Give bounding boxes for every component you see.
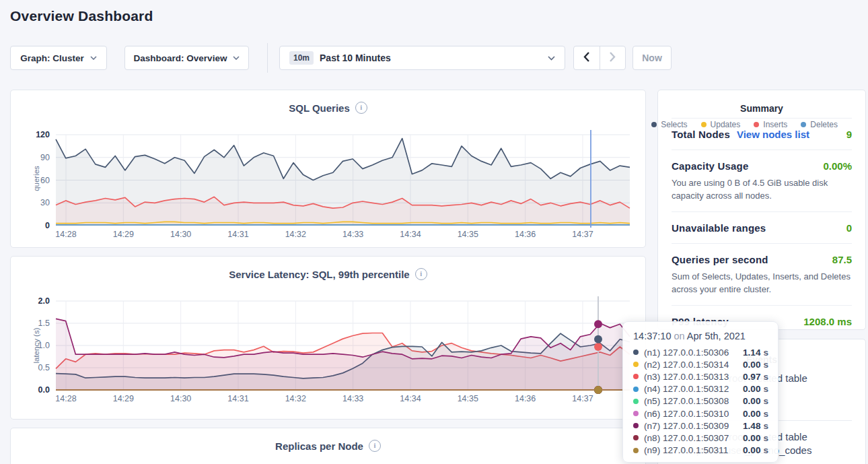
dashboard-selector-dropdown[interactable]: Dashboard: Overview	[124, 46, 249, 70]
node-latency-unit: s	[763, 433, 768, 443]
svg-text:14:31: 14:31	[227, 394, 248, 403]
svg-text:14:30: 14:30	[170, 394, 191, 403]
node-latency-value: 0.00	[743, 360, 760, 370]
svg-text:2.0: 2.0	[38, 296, 50, 306]
svg-text:14:28: 14:28	[55, 230, 76, 239]
time-range-selector[interactable]: 10m Past 10 Minutes	[279, 46, 565, 70]
svg-text:0: 0	[45, 221, 50, 230]
node-latency-unit: s	[763, 384, 768, 394]
node-address: (n3) 127.0.0.1:50313	[644, 372, 743, 382]
dashboard-selector-label: Dashboard: Overview	[134, 53, 227, 63]
tooltip-node-row: (n3) 127.0.0.1:503130.97s	[633, 370, 768, 383]
tooltip-date: Apr 5th, 2021	[687, 331, 746, 341]
node-address: (n4) 127.0.0.1:50312	[644, 384, 743, 394]
view-nodes-list-link[interactable]: View nodes list	[737, 129, 809, 140]
tooltip-node-row: (n9) 127.0.0.1:503110.00s	[633, 444, 768, 457]
svg-text:30: 30	[40, 198, 50, 207]
svg-text:0.0: 0.0	[38, 385, 50, 395]
metric-label: Total Nodes	[672, 129, 730, 140]
replicas-chart-title: Replicas per Node	[275, 440, 363, 452]
svg-text:90: 90	[40, 153, 50, 162]
chevron-down-icon	[90, 56, 97, 60]
sql-queries-card: SQL Queriesi queries 030609012014:2814:2…	[10, 90, 646, 248]
summary-row-unavailable-ranges: Unavailable ranges 0	[672, 211, 852, 243]
legend-label: Deletes	[810, 120, 838, 129]
node-latency-value: 0.00	[743, 384, 760, 394]
legend-dot	[701, 122, 707, 127]
svg-text:14:35: 14:35	[458, 230, 478, 239]
node-color-dot	[633, 387, 639, 392]
legend-label: Inserts	[763, 120, 787, 129]
node-color-dot	[633, 399, 639, 404]
tooltip-node-row: (n4) 127.0.0.1:503120.00s	[633, 383, 768, 395]
svg-text:14:31: 14:31	[227, 230, 248, 239]
chevron-left-icon	[583, 52, 589, 65]
svg-text:120: 120	[36, 130, 50, 139]
next-time-button[interactable]	[600, 46, 626, 69]
svg-text:14:34: 14:34	[400, 394, 421, 403]
legend-label: Updates	[711, 120, 741, 129]
info-icon[interactable]: i	[369, 440, 381, 452]
legend-item-selects[interactable]: Selects	[651, 120, 687, 129]
node-address: (n8) 127.0.0.1:50307	[644, 433, 743, 443]
metric-value: 0.00%	[823, 160, 852, 172]
tooltip-node-row: (n1) 127.0.0.1:503061.14s	[633, 346, 768, 358]
tooltip-node-row: (n5) 127.0.0.1:503080.00s	[633, 395, 768, 407]
time-range-badge: 10m	[289, 51, 314, 65]
tooltip-node-row: (n6) 127.0.0.1:503100.00s	[633, 407, 768, 420]
summary-row-queries-per-second: Queries per second 87.5 Sum of Selects, …	[672, 243, 852, 305]
node-latency-unit: s	[763, 360, 768, 370]
chevron-down-icon	[548, 56, 555, 61]
metric-value: 87.5	[832, 254, 852, 265]
node-latency-unit: s	[763, 347, 768, 358]
svg-text:14:34: 14:34	[400, 230, 421, 239]
node-latency-value: 0.00	[743, 409, 760, 419]
page-title: Overview Dashboard	[10, 8, 153, 24]
tooltip-time: 14:37:10	[633, 331, 671, 341]
svg-text:14:36: 14:36	[515, 394, 536, 403]
node-latency-value: 1.48	[743, 421, 760, 431]
svg-text:1.5: 1.5	[38, 319, 50, 328]
tooltip-node-list: (n1) 127.0.0.1:503061.14s(n2) 127.0.0.1:…	[633, 346, 768, 457]
node-latency-unit: s	[763, 445, 768, 455]
node-color-dot	[633, 362, 639, 367]
tooltip-timestamp: 14:37:10 on Apr 5th, 2021	[633, 331, 768, 341]
svg-text:60: 60	[40, 176, 50, 185]
legend-item-updates[interactable]: Updates	[701, 120, 741, 129]
node-color-dot	[633, 374, 639, 379]
node-color-dot	[633, 350, 639, 355]
legend-item-inserts[interactable]: Inserts	[754, 120, 787, 129]
metric-label: Queries per second	[672, 254, 768, 265]
prev-time-button[interactable]	[574, 46, 600, 69]
time-step-button-group	[573, 46, 626, 70]
svg-text:14:29: 14:29	[113, 394, 134, 403]
metric-label: Capacity Usage	[672, 160, 749, 172]
node-latency-value: 0.97	[743, 372, 760, 382]
node-latency-value: 1.14	[743, 347, 760, 358]
legend-dot	[801, 122, 806, 127]
svg-text:14:35: 14:35	[458, 394, 478, 403]
node-address: (n6) 127.0.0.1:50310	[644, 409, 743, 419]
legend-label: Selects	[661, 120, 687, 129]
tooltip-node-row: (n8) 127.0.0.1:503070.00s	[633, 432, 768, 444]
control-bar-divider	[267, 43, 268, 73]
svg-text:14:33: 14:33	[342, 394, 363, 403]
svg-text:0.5: 0.5	[38, 363, 50, 372]
time-range-label: Past 10 Minutes	[320, 53, 391, 63]
tooltip-node-row: (n2) 127.0.0.1:503140.00s	[633, 358, 768, 370]
tooltip-node-row: (n7) 127.0.0.1:503091.48s	[633, 420, 768, 432]
now-button[interactable]: Now	[632, 46, 672, 70]
svg-text:14:29: 14:29	[113, 230, 134, 239]
legend-item-deletes[interactable]: Deletes	[801, 120, 838, 129]
svg-text:14:37: 14:37	[572, 230, 593, 239]
graph-selector-label: Graph: Cluster	[20, 53, 84, 63]
svg-text:14:37: 14:37	[572, 394, 593, 403]
node-address: (n9) 127.0.0.1:50311	[644, 445, 743, 455]
metric-description: You are using 0 B of 4.5 GiB usable disk…	[672, 176, 852, 202]
node-latency-unit: s	[763, 421, 768, 431]
svg-text:14:36: 14:36	[515, 230, 536, 239]
svg-text:14:28: 14:28	[55, 394, 76, 403]
chevron-right-icon	[610, 52, 616, 65]
chart-tooltip: 14:37:10 on Apr 5th, 2021 (n1) 127.0.0.1…	[622, 321, 779, 463]
graph-selector-dropdown[interactable]: Graph: Cluster	[10, 46, 107, 70]
